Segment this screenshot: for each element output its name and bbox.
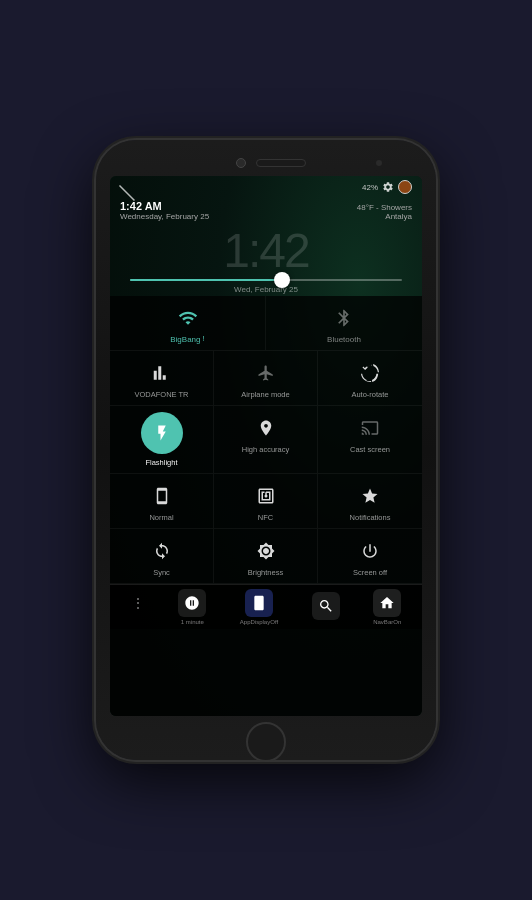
qs-label-notifications: Notifications [350,513,391,522]
qs-item-bluetooth[interactable]: Bluetooth [266,296,422,350]
status-right: 42% [362,180,412,194]
qs-label-accuracy: High accuracy [242,445,290,454]
dock-item-1[interactable]: 1 minute [178,589,206,625]
bottom-dock: ⋮ 1 minute [110,584,422,629]
big-time-area: 1:42 [110,223,422,275]
phone-top-bar [110,158,422,168]
svg-line-0 [120,186,135,201]
qs-label-airplane: Airplane mode [241,390,289,399]
settings-icon [382,181,394,193]
qs-label-sync: Sync [153,568,170,577]
brightness-slider-area[interactable] [110,275,422,283]
qs-item-flashlight[interactable]: Flashlight [110,406,214,474]
cast-icon [356,414,384,442]
quick-settings-panel: BigBang ! Bluetooth [110,296,422,716]
qs-top-row: BigBang ! Bluetooth [110,296,422,351]
rotate-icon [356,359,384,387]
status-bar: 42% [110,176,422,196]
qs-item-nfc[interactable]: NFC [214,474,318,529]
qs-label-flashlight: Flashlight [145,458,177,467]
power-icon [356,537,384,565]
dock-item-4[interactable]: NavBarOn [373,589,401,625]
speaker [256,159,306,167]
qs-item-vodafone[interactable]: VODAFONE TR [110,351,214,406]
flashlight-icon [141,412,183,454]
qs-label-normal: Normal [149,513,173,522]
phone-bottom [110,722,422,762]
qs-label-brightness: Brightness [248,568,283,577]
qs-label-bigbang: BigBang [170,335,200,344]
weather-text: 48°F - Showers [120,203,412,212]
dock-item-3[interactable] [312,592,340,622]
qs-item-airplane[interactable]: Airplane mode [214,351,318,406]
qs-item-screenoff[interactable]: Screen off [318,529,422,584]
qs-grid: VODAFONE TR Airplan [110,351,422,584]
phone-icon [148,482,176,510]
airplane-icon [252,359,280,387]
small-date: Wed, February 25 [110,283,422,296]
home-button[interactable] [246,722,286,762]
qs-item-castscreen[interactable]: Cast screen [318,406,422,474]
dock-icon-4 [373,589,401,617]
nfc-icon [252,482,280,510]
big-time: 1:42 [110,227,422,275]
sensor [376,160,382,166]
dock-icon-1 [178,589,206,617]
qs-label-screenoff: Screen off [353,568,387,577]
qs-label-nfc: NFC [258,513,273,522]
qs-item-autorotate[interactable]: Auto-rotate [318,351,422,406]
qs-item-brightness[interactable]: Brightness [214,529,318,584]
screen-content: 42% 1:42 AM Wednesday, February 25 48°F … [110,176,422,716]
battery-percent: 42% [362,183,378,192]
signal-icon [148,359,176,387]
qs-item-notifications[interactable]: Notifications [318,474,422,529]
brightness-track[interactable] [130,279,402,281]
brightness-icon [252,537,280,565]
location-icon [252,414,280,442]
sync-icon [148,537,176,565]
qs-item-normal[interactable]: Normal [110,474,214,529]
bluetooth-icon [330,304,358,332]
dock-label-4: NavBarOn [373,619,401,625]
notifications-icon [356,482,384,510]
qs-item-accuracy[interactable]: High accuracy [214,406,318,474]
phone-frame: 42% 1:42 AM Wednesday, February 25 48°F … [96,140,436,760]
menu-dots[interactable]: ⋮ [131,589,145,611]
qs-label-vodafone: VODAFONE TR [134,390,188,399]
qs-item-sync[interactable]: Sync [110,529,214,584]
screen: 42% 1:42 AM Wednesday, February 25 48°F … [110,176,422,716]
front-camera [236,158,246,168]
dock-label-2: AppDisplayOff [240,619,278,625]
qs-label-bluetooth: Bluetooth [327,335,361,344]
qs-item-bigbang[interactable]: BigBang ! [110,296,266,350]
wifi-icon [174,304,202,332]
dock-item-2[interactable]: AppDisplayOff [240,589,278,625]
user-avatar [398,180,412,194]
dock-icon-2 [245,589,273,617]
qs-label-castscreen: Cast screen [350,445,390,454]
lock-area: 1:42 AM Wednesday, February 25 48°F - Sh… [110,196,422,223]
qs-label-autorotate: Auto-rotate [351,390,388,399]
dock-label-1: 1 minute [181,619,204,625]
dock-icon-3 [312,592,340,620]
brightness-fill [130,279,280,281]
